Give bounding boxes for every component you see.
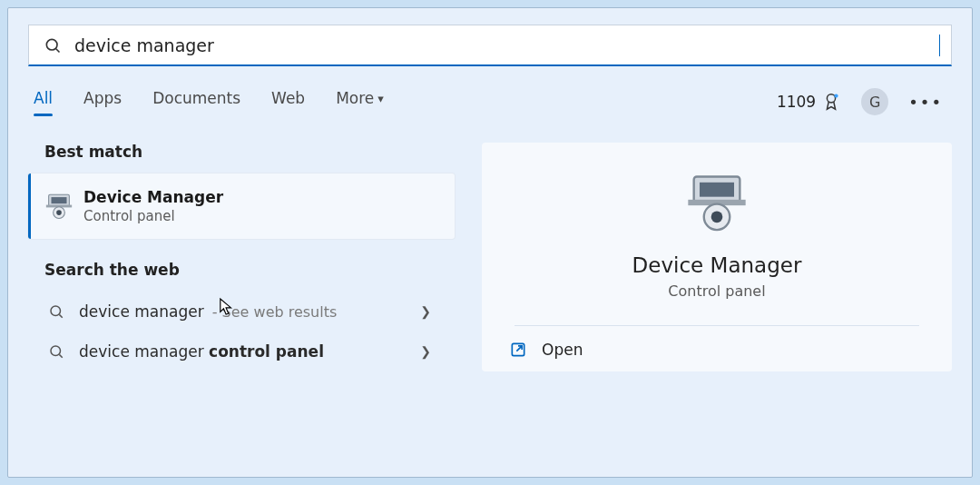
search-box[interactable] — [28, 25, 952, 66]
tab-label: Documents — [152, 89, 240, 107]
section-heading-best-match: Best match — [44, 143, 455, 161]
avatar[interactable]: G — [861, 88, 888, 115]
tab-label: Apps — [83, 89, 122, 107]
chevron-right-icon: ❯ — [420, 304, 444, 319]
svg-point-3 — [835, 94, 838, 97]
tab-apps[interactable]: Apps — [83, 89, 122, 114]
svg-point-17 — [711, 212, 723, 223]
search-input[interactable] — [74, 25, 941, 64]
svg-rect-5 — [52, 197, 67, 203]
svg-point-9 — [51, 306, 61, 316]
text-caret — [939, 35, 940, 56]
tab-documents[interactable]: Documents — [152, 89, 240, 114]
detail-subtitle: Control panel — [668, 282, 765, 300]
tab-label: All — [34, 89, 53, 107]
svg-point-2 — [828, 94, 836, 103]
rewards-icon[interactable] — [821, 92, 841, 112]
tab-all[interactable]: All — [34, 89, 53, 114]
results-column: Best match Device Manager Control panel … — [28, 143, 455, 371]
rewards-points[interactable]: 1109 — [777, 93, 816, 111]
divider — [514, 325, 918, 326]
web-result-bold: control panel — [209, 342, 324, 361]
search-icon — [44, 36, 62, 54]
svg-line-10 — [59, 314, 62, 317]
web-result-hint: - See web results — [208, 303, 338, 321]
web-result-query: device manager — [79, 302, 204, 321]
search-icon — [48, 303, 64, 320]
open-icon — [509, 341, 527, 359]
svg-line-12 — [59, 354, 62, 357]
detail-title: Device Manager — [632, 253, 802, 277]
svg-point-8 — [56, 210, 62, 215]
detail-panel: Device Manager Control panel Open — [482, 143, 952, 371]
avatar-initial: G — [869, 94, 880, 111]
svg-rect-14 — [700, 183, 734, 197]
best-match-result[interactable]: Device Manager Control panel — [28, 173, 455, 239]
tab-more[interactable]: More ▾ — [336, 89, 384, 114]
tab-web[interactable]: Web — [271, 89, 305, 114]
search-bar-container — [28, 25, 952, 66]
web-result-item[interactable]: device manager control panel ❯ — [28, 332, 455, 371]
more-options-button[interactable]: ••• — [905, 93, 946, 112]
chevron-down-icon: ▾ — [377, 92, 384, 105]
web-result-item[interactable]: device manager - See web results ❯ — [28, 292, 455, 332]
tab-label: Web — [271, 89, 305, 107]
filter-tabs-row: All Apps Documents Web More ▾ 1109 G ••• — [34, 88, 946, 115]
web-result-query: device manager — [79, 342, 209, 361]
tab-label: More — [336, 89, 374, 107]
svg-point-11 — [51, 346, 61, 356]
open-action[interactable]: Open — [509, 341, 583, 359]
open-label: Open — [542, 341, 583, 359]
svg-point-0 — [46, 39, 57, 50]
section-heading-search-web: Search the web — [44, 261, 455, 279]
web-results-list: device manager - See web results ❯ devic… — [28, 292, 455, 371]
svg-line-1 — [56, 48, 60, 52]
search-icon — [48, 343, 64, 360]
device-manager-icon — [44, 191, 74, 222]
device-manager-icon — [682, 168, 751, 237]
chevron-right-icon: ❯ — [420, 344, 444, 359]
search-window: All Apps Documents Web More ▾ 1109 G •••… — [7, 7, 973, 478]
best-match-subtitle: Control panel — [83, 208, 223, 224]
best-match-title: Device Manager — [83, 188, 223, 206]
